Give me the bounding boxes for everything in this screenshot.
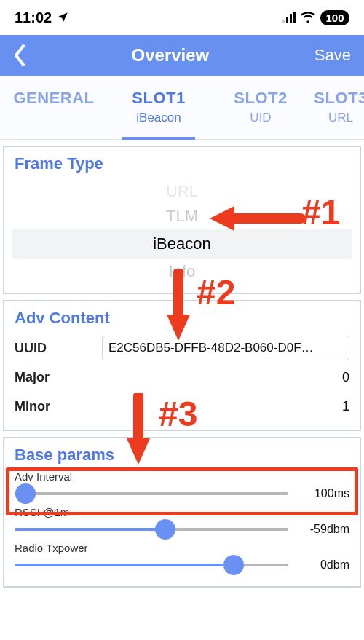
- tab-label: SLOT2: [210, 89, 312, 108]
- rssi-label: RSSI @1m: [15, 506, 349, 518]
- wifi-icon: [301, 12, 315, 23]
- major-field[interactable]: 0: [102, 370, 349, 385]
- tab-sublabel: URL: [312, 111, 364, 125]
- cellular-icon: [282, 12, 296, 23]
- picker-option[interactable]: TLM: [15, 204, 349, 229]
- frame-type-card: Frame Type URL TLM iBeacon Info: [3, 146, 361, 294]
- txpower-label: Radio Txpower: [15, 542, 349, 554]
- uuid-label: UUID: [15, 341, 102, 356]
- minor-field[interactable]: 1: [102, 399, 349, 414]
- txpower-slider[interactable]: [15, 564, 288, 566]
- tab-slot3[interactable]: SLOT3 URL: [312, 89, 364, 139]
- picker-option-selected[interactable]: iBeacon: [12, 229, 352, 259]
- battery-icon: 100: [320, 10, 349, 25]
- frame-type-title: Frame Type: [15, 154, 349, 173]
- rssi-value: -59dbm: [298, 523, 349, 536]
- txpower-param: Radio Txpower 0dbm: [15, 542, 349, 572]
- tab-slot2[interactable]: SLOT2 UID: [210, 89, 312, 139]
- frame-type-picker[interactable]: URL TLM iBeacon Info: [15, 179, 349, 284]
- adv-interval-label: Adv Interval: [15, 470, 349, 483]
- status-time: 11:02: [15, 9, 52, 26]
- adv-interval-slider[interactable]: [15, 492, 288, 495]
- page-title: Overview: [132, 45, 210, 66]
- minor-label: Minor: [15, 399, 102, 414]
- picker-option[interactable]: Info: [15, 259, 349, 284]
- adv-interval-param: Adv Interval 100ms: [15, 470, 349, 500]
- major-row: Major 0: [15, 363, 349, 392]
- tab-label: SLOT1: [108, 89, 210, 108]
- navbar: Overview Save: [0, 35, 364, 76]
- base-params-title: Base params: [15, 446, 349, 465]
- adv-content-card: Adv Content UUID E2C56DB5-DFFB-48D2-B060…: [3, 300, 361, 431]
- tab-label: SLOT3: [312, 89, 364, 108]
- rssi-param: RSSI @1m -59dbm: [15, 506, 349, 536]
- tab-label: GENERAL: [0, 89, 108, 108]
- tab-general[interactable]: GENERAL: [0, 89, 108, 139]
- adv-interval-value: 100ms: [298, 487, 349, 500]
- picker-option[interactable]: URL: [15, 179, 349, 204]
- txpower-value: 0dbm: [298, 558, 349, 572]
- tab-sublabel: iBeacon: [108, 111, 210, 125]
- major-label: Major: [15, 370, 102, 385]
- save-button[interactable]: Save: [314, 46, 351, 65]
- tabbar: GENERAL SLOT1 iBeacon SLOT2 UID SLOT3 UR…: [0, 76, 364, 140]
- rssi-slider[interactable]: [15, 528, 288, 531]
- uuid-row: UUID E2C56DB5-DFFB-48D2-B060-D0F…: [15, 333, 349, 363]
- back-button[interactable]: [13, 44, 26, 66]
- location-arrow-icon: [56, 11, 69, 24]
- adv-content-title: Adv Content: [15, 309, 349, 328]
- minor-row: Minor 1: [15, 392, 349, 421]
- tab-slot1[interactable]: SLOT1 iBeacon: [108, 89, 210, 139]
- tab-sublabel: UID: [210, 111, 312, 125]
- status-bar: 11:02 100: [0, 0, 364, 35]
- base-params-card: Base params Adv Interval 100ms RSSI @1m …: [3, 437, 361, 588]
- uuid-field[interactable]: E2C56DB5-DFFB-48D2-B060-D0F…: [102, 336, 349, 360]
